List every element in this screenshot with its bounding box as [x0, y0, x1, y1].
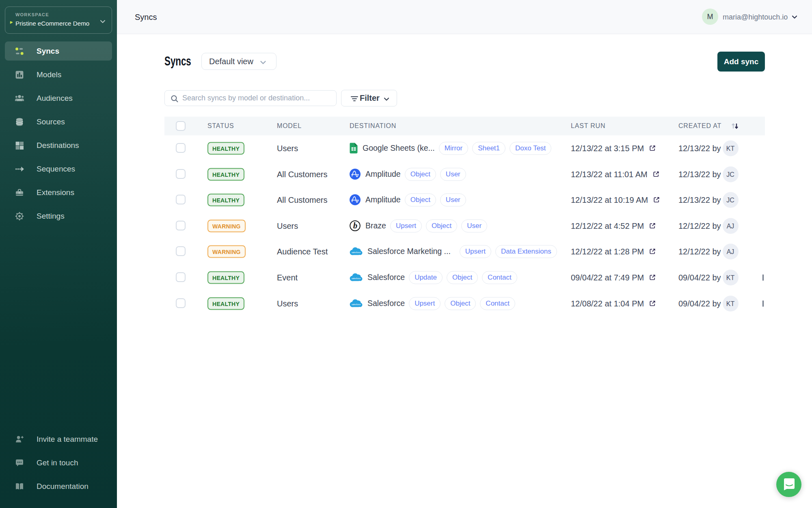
svg-text:b: b: [353, 221, 358, 230]
svg-text:salesforce: salesforce: [352, 304, 361, 306]
svg-text:salesforce: salesforce: [352, 278, 361, 280]
svg-text:salesforce: salesforce: [352, 252, 361, 254]
